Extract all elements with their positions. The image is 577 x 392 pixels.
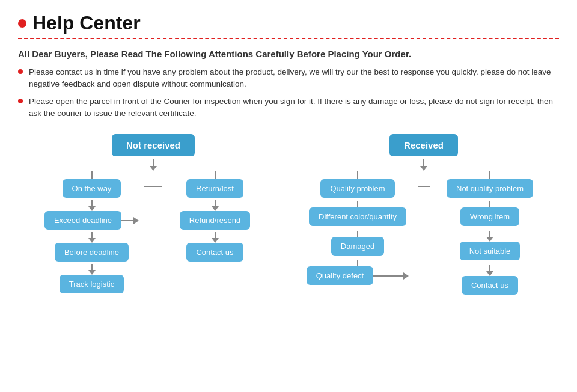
on-the-way-arrow [88,206,96,211]
not-quality-vline-top [489,171,490,179]
wrong-item-box: Wrong item [460,207,519,226]
diff-color-box: Different color/quantity [309,207,406,226]
received-arrow-down [420,166,427,171]
exceed-deadline-box: Exceed deadline [44,211,121,230]
right-branch-container: Quality problem Different color/quantity… [298,171,550,295]
contact-us-left-box: Contact us [186,243,243,262]
right-flowchart: Received Quality problem Different color… [288,134,559,295]
not-received-box: Not received [112,134,195,156]
return-arrow-down [212,206,219,211]
contact-us-right-box: Contact us [462,276,518,295]
right-branch-vline-top [215,171,216,179]
defect-to-contact-arrow [373,272,409,280]
on-the-way-line-down [91,200,93,206]
refund-arrow-down [212,238,219,243]
h-connector [144,171,162,187]
on-the-way-box: On the way [63,179,121,198]
bullet-list: Please contact us in time if you have an… [18,66,559,120]
root-arrow-down [150,166,157,171]
not-quality-arrow [486,237,493,242]
quality-defect-box: Quality defect [307,266,374,285]
defect-arrow-line [373,275,403,277]
branch-container: On the way Exceed deadline Before deadli… [39,171,267,293]
bullet-dot-2 [18,99,23,103]
before-arrow-down [88,270,96,275]
not-suitable-box: Not suitable [460,242,521,260]
quality-line2 [357,231,358,237]
return-line-down [215,200,216,206]
track-logistic-box: Track logistic [60,275,124,293]
quality-defect-arrow-row: Quality defect [307,266,409,285]
received-line-down [423,159,424,166]
not-quality-branch: Not quality problem Wrong item Not suita… [430,171,550,295]
exceed-to-refund-arrow [121,217,139,224]
quality-line3 [357,260,358,266]
damaged-box: Damaged [331,237,384,256]
before-deadline-box: Before deadline [55,243,129,262]
right-h-connector [418,171,430,187]
left-flowchart: Not received On the way Exceed deadline [18,134,288,295]
not-quality-line3 [489,265,490,271]
spacer [153,171,154,179]
header-divider [18,38,559,39]
exceed-line-down [91,232,93,238]
quality-vline-top [357,171,358,179]
arrow-head [133,217,139,224]
exceed-row: Exceed deadline [44,211,139,230]
left-branch: On the way Exceed deadline Before deadli… [39,171,144,293]
refund-resend-box: Refund/resend [180,211,250,230]
page-title: Help Center [32,12,141,34]
flowcharts-container: Not received On the way Exceed deadline [18,134,559,295]
arrow-line [121,220,133,221]
not-quality-arrow2 [486,271,493,276]
right-spacer [423,171,424,179]
quality-defect-row [357,260,358,266]
bullet-dot-1 [18,69,23,74]
exceed-arrow-down [88,238,96,243]
bullet-item-2: Please open the parcel in front of the C… [18,96,559,120]
not-quality-box: Not quality problem [447,179,533,198]
right-h-line [418,186,430,187]
right-branch: Return/lost Refund/resend Contact us [162,171,267,262]
bullet-item-1: Please contact us in time if you have an… [18,66,559,91]
return-lost-box: Return/lost [186,179,243,198]
received-box: Received [389,134,458,156]
page-header: Help Center [18,12,559,34]
quality-branch: Quality problem Different color/quantity… [298,171,418,285]
not-quality-line1 [489,201,490,207]
h-line [144,186,162,187]
subtitle: All Dear Buyers, Please Read The Followi… [18,49,559,59]
root-line-down [153,159,154,166]
defect-arrow-head [403,272,409,280]
not-quality-line2 [489,231,490,237]
left-branch-vline-top [91,171,93,179]
quality-line1 [357,201,358,207]
refund-line-down [215,232,216,238]
quality-problem-box: Quality problem [320,179,394,198]
before-line-down [91,264,93,270]
header-dot [18,19,26,28]
